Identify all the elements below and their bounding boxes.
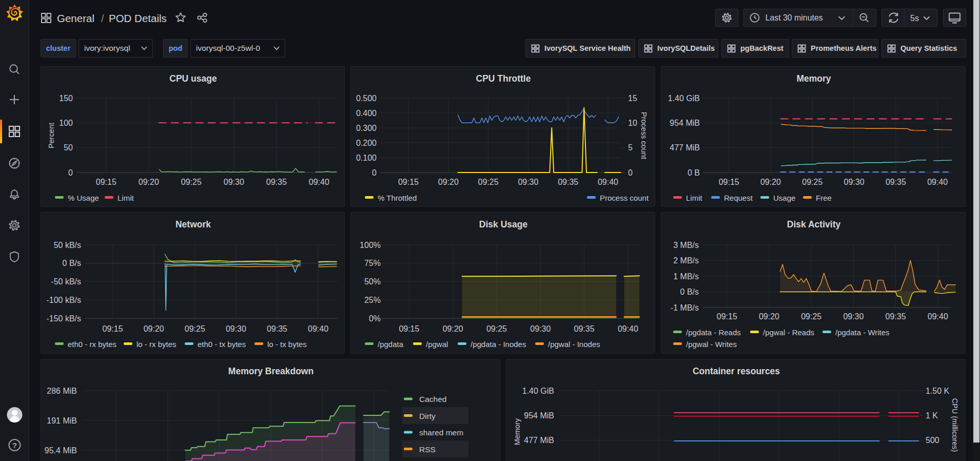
svg-text:0.500: 0.500	[356, 94, 377, 103]
svg-text:1.40 GiB: 1.40 GiB	[522, 387, 554, 395]
svg-text:09:25: 09:25	[486, 324, 507, 333]
svg-text:Percent: Percent	[47, 123, 55, 148]
svg-text:09:20: 09:20	[438, 178, 459, 186]
svg-text:09:20: 09:20	[139, 178, 159, 186]
svg-text:09:30: 09:30	[518, 178, 538, 186]
svg-text:09:35: 09:35	[558, 178, 578, 186]
svg-text:1.50 K: 1.50 K	[926, 387, 950, 395]
svg-text:50: 50	[64, 143, 73, 152]
svg-text:Usage: Usage	[773, 194, 795, 202]
svg-text:25%: 25%	[364, 296, 381, 304]
svg-text:09:40: 09:40	[308, 324, 328, 333]
svg-text:09:30: 09:30	[843, 312, 864, 321]
svg-text:0: 0	[628, 168, 633, 177]
svg-text:09:25: 09:25	[801, 312, 821, 321]
svg-text:/: /	[101, 12, 104, 24]
svg-text:/pgwal: /pgwal	[426, 340, 448, 349]
svg-text:/pgdata - Writes: /pgdata - Writes	[835, 328, 890, 337]
svg-text:/pgdata: /pgdata	[378, 340, 404, 349]
svg-text:50 kB/s: 50 kB/s	[54, 241, 81, 249]
svg-text:15: 15	[628, 94, 637, 103]
svg-text:/pgwal - Writes: /pgwal - Writes	[686, 340, 737, 349]
svg-text:09:15: 09:15	[719, 178, 739, 186]
svg-text:09:15: 09:15	[398, 178, 419, 186]
svg-text:/pgdata - Inodes: /pgdata - Inodes	[471, 340, 526, 349]
svg-text:5: 5	[628, 143, 633, 152]
svg-text:-50 kB/s: -50 kB/s	[51, 277, 81, 286]
svg-text:10: 10	[628, 119, 637, 127]
svg-text:0: 0	[68, 168, 73, 177]
svg-text:09:40: 09:40	[309, 178, 329, 186]
svg-text:1 K: 1 K	[926, 411, 938, 420]
svg-text:eth0 - tx bytes: eth0 - tx bytes	[198, 340, 246, 349]
svg-text:Disk Activity: Disk Activity	[787, 219, 841, 229]
svg-text:lo - tx bytes: lo - tx bytes	[267, 340, 307, 349]
svg-text:Cached: Cached	[419, 395, 446, 404]
svg-text:?: ?	[12, 441, 17, 450]
svg-text:Dirty: Dirty	[419, 412, 436, 420]
svg-text:Container resources: Container resources	[693, 366, 780, 376]
svg-text:09:35: 09:35	[886, 312, 906, 321]
svg-text:477 MiB: 477 MiB	[670, 143, 700, 152]
svg-text:POD Details: POD Details	[109, 12, 167, 24]
svg-text:286 MiB: 286 MiB	[47, 387, 77, 395]
svg-text:09:25: 09:25	[181, 178, 202, 186]
svg-text:% Throttled: % Throttled	[378, 194, 417, 202]
svg-text:Process count: Process count	[600, 194, 649, 202]
svg-text:09:30: 09:30	[226, 324, 246, 333]
svg-text:CPU usage: CPU usage	[169, 73, 217, 84]
svg-text:2 MB/s: 2 MB/s	[673, 256, 699, 265]
svg-text:Free: Free	[816, 194, 832, 202]
svg-text:09:15: 09:15	[96, 178, 116, 186]
svg-text:Limit: Limit	[117, 194, 134, 202]
svg-text:09:35: 09:35	[267, 324, 287, 333]
svg-text:/pgdata - Reads: /pgdata - Reads	[686, 328, 741, 337]
svg-text:3 MB/s: 3 MB/s	[673, 241, 699, 249]
svg-text:0 B/s: 0 B/s	[680, 287, 699, 296]
svg-text:09:40: 09:40	[927, 178, 948, 186]
svg-text:477 MiB: 477 MiB	[524, 436, 554, 445]
svg-text:Disk Usage: Disk Usage	[479, 219, 528, 229]
svg-text:0.400: 0.400	[356, 109, 377, 118]
svg-text:0.200: 0.200	[356, 139, 377, 147]
svg-text:Limit: Limit	[686, 194, 703, 202]
svg-text:09:40: 09:40	[598, 178, 618, 186]
svg-text:5s: 5s	[910, 13, 919, 23]
svg-text:-1 MB/s: -1 MB/s	[671, 303, 699, 312]
svg-text:09:35: 09:35	[574, 324, 595, 333]
svg-text:CPU (millicores): CPU (millicores)	[951, 398, 959, 452]
svg-text:% Usage: % Usage	[68, 194, 99, 202]
svg-text:09:30: 09:30	[844, 178, 865, 186]
svg-text:09:25: 09:25	[802, 178, 822, 186]
svg-text:09:40: 09:40	[618, 324, 638, 333]
svg-text:/pgwal - Inodes: /pgwal - Inodes	[548, 340, 600, 349]
svg-text:0 B: 0 B	[688, 168, 700, 177]
svg-text:100%: 100%	[360, 241, 381, 249]
svg-text:eth0 - rx bytes: eth0 - rx bytes	[68, 340, 116, 349]
svg-text:0.100: 0.100	[356, 153, 377, 162]
svg-text:Network: Network	[175, 219, 211, 229]
svg-text:09:30: 09:30	[224, 178, 244, 186]
svg-text:09:25: 09:25	[478, 178, 499, 186]
svg-text:191 MiB: 191 MiB	[47, 416, 77, 425]
svg-text:50%: 50%	[364, 277, 381, 286]
svg-text:shared mem: shared mem	[419, 428, 463, 437]
svg-text:09:20: 09:20	[760, 178, 781, 186]
svg-text:CPU Throttle: CPU Throttle	[476, 73, 531, 84]
svg-text:09:35: 09:35	[266, 178, 287, 186]
svg-text:0.300: 0.300	[356, 124, 377, 132]
svg-text:09:15: 09:15	[399, 324, 419, 333]
svg-text:Memory Breakdown: Memory Breakdown	[228, 366, 313, 376]
svg-text:RSS: RSS	[419, 445, 436, 454]
svg-text:General: General	[57, 12, 94, 24]
svg-text:-150 kB/s: -150 kB/s	[46, 314, 81, 323]
svg-text:09:15: 09:15	[103, 324, 123, 333]
svg-text:100: 100	[59, 119, 73, 127]
svg-text:75%: 75%	[364, 259, 381, 267]
svg-text:09:15: 09:15	[717, 312, 737, 321]
svg-text:95.4 MiB: 95.4 MiB	[45, 446, 77, 455]
svg-text:0: 0	[372, 168, 377, 177]
svg-text:150: 150	[59, 94, 73, 103]
svg-text:09:20: 09:20	[443, 324, 463, 333]
svg-text:/pgwal - Reads: /pgwal - Reads	[763, 328, 814, 337]
